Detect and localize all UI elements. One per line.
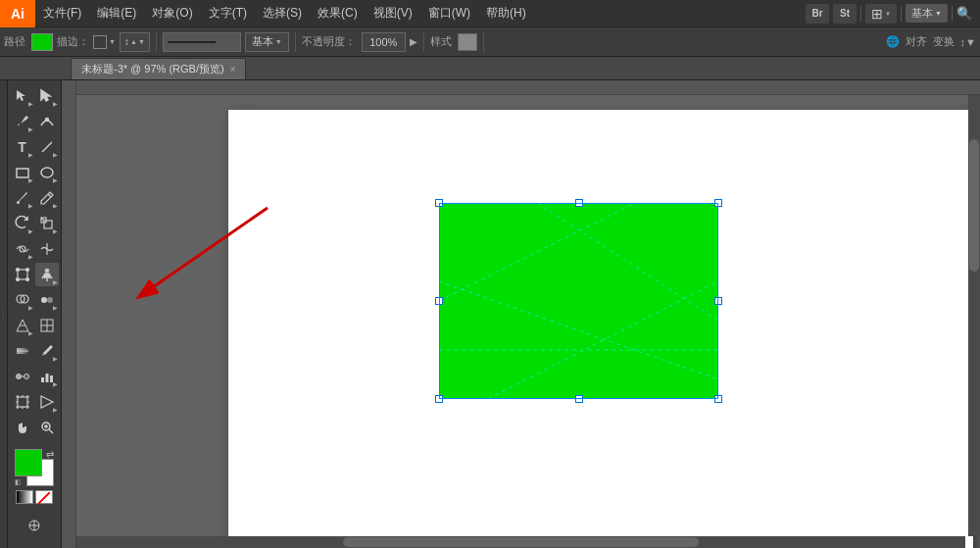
tool-warp[interactable]: ▶ [11, 237, 34, 261]
tool-artboard[interactable] [11, 390, 34, 414]
tool-pen[interactable]: ▶ [11, 110, 34, 133]
stroke-width-control[interactable]: ↕ ▲ ▼ [120, 32, 150, 52]
transform-extra[interactable]: ↕▼ [960, 36, 976, 48]
tool-row-warp: ▶ [8, 237, 61, 261]
menu-text[interactable]: 文字(T) [201, 0, 255, 26]
handle-tm[interactable] [575, 199, 583, 207]
tool-rotate[interactable]: ▶ [11, 212, 34, 235]
handle-ml[interactable] [435, 297, 443, 305]
globe-icon[interactable]: 🌐 [886, 35, 900, 48]
tool-eyedropper[interactable]: ▶ [35, 339, 59, 363]
tool-select[interactable]: ▶ [11, 84, 34, 108]
svg-point-23 [47, 297, 53, 303]
horizontal-scroll-thumb[interactable] [343, 537, 699, 547]
menu-select[interactable]: 选择(S) [255, 0, 310, 26]
tool-puppet-warp[interactable]: ▶ [35, 263, 59, 286]
menu-file[interactable]: 文件(F) [35, 0, 89, 26]
canvas-area[interactable] [62, 80, 980, 548]
handle-mr[interactable] [714, 297, 722, 305]
no-color-button[interactable] [35, 490, 53, 504]
menu-window[interactable]: 窗口(W) [420, 0, 478, 26]
tool-slice[interactable]: ▶ [35, 390, 59, 414]
tool-row-shape-builder: ▶ ▶ [8, 288, 61, 312]
green-rect[interactable] [439, 203, 718, 399]
tool-pencil[interactable]: ▶ [35, 186, 59, 210]
tool-ellipse[interactable]: ▶ [35, 161, 59, 184]
handle-tr[interactable] [714, 199, 722, 207]
bridge-button[interactable]: Br [806, 4, 829, 24]
transform-label[interactable]: 变换 [933, 34, 955, 49]
opacity-input[interactable] [362, 32, 406, 52]
tool-paintbrush[interactable]: ▶ [11, 186, 34, 210]
tool-direct-select[interactable]: ▶ [35, 84, 59, 108]
menu-sep2 [901, 6, 902, 22]
tool-width[interactable] [35, 237, 59, 261]
menu-items: 文件(F) 编辑(E) 对象(O) 文字(T) 选择(S) 效果(C) 视图(V… [35, 0, 534, 26]
tool-mesh[interactable] [35, 314, 59, 337]
menu-object[interactable]: 对象(O) [144, 0, 200, 26]
foreground-color-box[interactable] [15, 449, 42, 476]
toolbar-sep3 [423, 32, 424, 52]
toolbar-sep1 [156, 32, 157, 52]
handle-tl[interactable] [435, 199, 443, 207]
tool-chart[interactable]: ▶ [35, 365, 59, 388]
menu-help[interactable]: 帮助(H) [478, 0, 534, 26]
ai-logo[interactable]: Ai [0, 0, 35, 27]
vertical-scroll-thumb[interactable] [969, 139, 979, 272]
vertical-scrollbar[interactable] [968, 95, 980, 536]
stroke-up-arrow[interactable]: ▲ [130, 38, 137, 45]
workspace-dropdown[interactable]: 基本 ▼ [906, 4, 948, 23]
tool-free-transform[interactable] [11, 263, 34, 286]
opacity-up[interactable]: ▶ [410, 36, 417, 47]
style-preview[interactable] [458, 33, 477, 51]
tool-type[interactable]: T ▶ [11, 135, 34, 159]
stroke-weight-input[interactable] [163, 32, 241, 52]
doc-tab[interactable]: 未标题-3* @ 97% (RGB/预览) × [71, 58, 246, 79]
tab-close-button[interactable]: × [230, 64, 236, 75]
selection-border [439, 203, 718, 399]
stroke-style-dropdown[interactable]: 基本 ▼ [245, 32, 289, 52]
tool-row-select: ▶ ▶ [8, 84, 61, 108]
svg-line-5 [48, 194, 51, 197]
svg-line-59 [537, 203, 718, 321]
menu-bar: Ai 文件(F) 编辑(E) 对象(O) 文字(T) 选择(S) 效果(C) 视… [0, 0, 980, 27]
tools-panel: ▶ ▶ ▶ T ▶ ▶ [8, 80, 62, 548]
tool-scale[interactable]: ▶ [35, 212, 59, 235]
stroke-label: 描边： [57, 34, 89, 49]
tool-zoom[interactable] [35, 416, 59, 439]
fill-color-box[interactable] [31, 33, 53, 51]
tool-live-paint[interactable]: ▶ [35, 288, 59, 312]
svg-rect-11 [18, 270, 27, 279]
tool-hand[interactable] [11, 416, 34, 439]
tool-perspective[interactable]: ▶ [11, 314, 34, 337]
swap-colors-icon[interactable]: ⇄ [46, 449, 54, 460]
menu-effect[interactable]: 效果(C) [310, 0, 366, 26]
stroke-selector[interactable]: ▼ [93, 35, 116, 49]
handle-bl[interactable] [435, 395, 443, 403]
horizontal-scrollbar[interactable] [76, 536, 965, 548]
align-label[interactable]: 对齐 [906, 34, 927, 49]
search-button[interactable]: 🔍 [956, 6, 972, 21]
svg-point-12 [16, 269, 19, 272]
stroke-down-arrow[interactable]: ▼ [138, 38, 145, 45]
svg-rect-6 [44, 221, 52, 228]
tool-blend[interactable] [11, 365, 34, 388]
menu-view[interactable]: 视图(V) [366, 0, 420, 26]
tool-curvature[interactable] [35, 110, 59, 133]
tool-gradient[interactable] [11, 339, 34, 363]
svg-point-31 [24, 374, 28, 379]
menu-edit[interactable]: 编辑(E) [89, 0, 144, 26]
tool-line[interactable]: ▶ [35, 135, 59, 159]
tool-extra[interactable] [23, 514, 46, 537]
handle-bm[interactable] [575, 395, 583, 403]
stock-button[interactable]: St [833, 4, 857, 24]
handle-br[interactable] [714, 395, 722, 403]
opacity-label: 不透明度： [302, 34, 356, 49]
tool-rect[interactable]: ▶ [11, 161, 34, 184]
tool-shape-builder[interactable]: ▶ [11, 288, 34, 312]
gradient-mode-button[interactable] [16, 490, 33, 504]
panel-collapse-strip[interactable]: ··· [0, 80, 8, 548]
workspace-switcher[interactable]: ⊞ ▼ [865, 4, 897, 24]
tool-row-type: T ▶ ▶ [8, 135, 61, 159]
reset-colors-icon[interactable]: ◧ [15, 478, 22, 486]
